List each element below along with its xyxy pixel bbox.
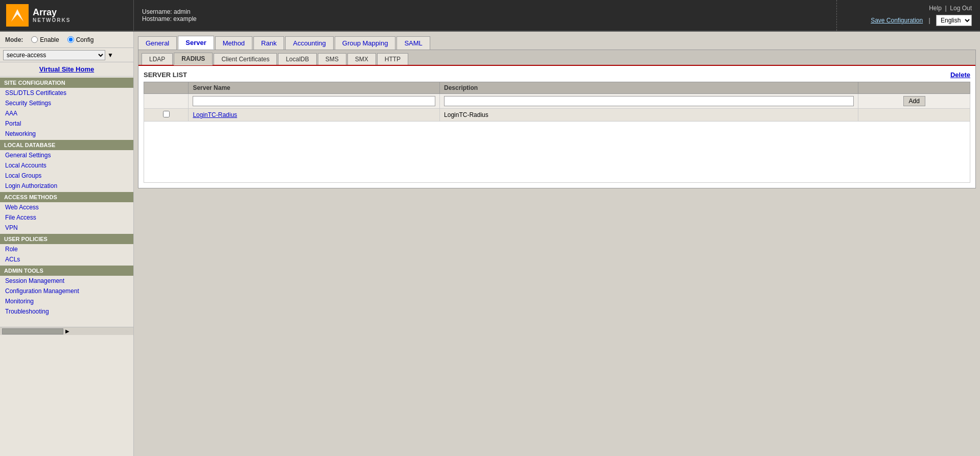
sidebar-section-user-policies: USER POLICIES Role ACLs [0,234,133,265]
subtab-client-certs[interactable]: Client Certificates [214,53,277,65]
col-header-check [144,82,189,94]
input-row-check-cell [144,94,189,109]
subtab-row: LDAP RADIUS Client Certificates LocalDB … [138,50,975,66]
server-table: Server Name Description [144,82,970,183]
help-link[interactable]: Help [929,5,942,12]
subtab-ldap[interactable]: LDAP [142,53,173,65]
save-area: Save Configuration | English [871,15,972,26]
row-name-link[interactable]: LoginTC-Radius [193,111,237,118]
logo-text: ArrayNETWORKS [33,8,71,23]
site-select[interactable]: secure-access [3,50,105,60]
logo-area: ArrayNETWORKS [0,0,134,31]
config-radio[interactable] [67,36,74,43]
top-tab-row: General Server Method Rank Accounting Gr… [138,36,976,50]
server-desc-input[interactable] [444,96,854,106]
col-header-desc: Description [440,82,858,94]
input-row-name-cell [189,94,440,109]
tab-rank[interactable]: Rank [253,36,284,50]
sidebar-item-local-accounts[interactable]: Local Accounts [0,160,133,171]
tab-group-mapping[interactable]: Group Mapping [335,36,396,50]
sidebar-item-local-groups[interactable]: Local Groups [0,171,133,181]
enable-radio-group: Enable [31,36,59,43]
tab-accounting[interactable]: Accounting [285,36,333,50]
sidebar-item-portal[interactable]: Portal [0,118,133,129]
server-list-area: SERVER LIST Delete Server Name Descripti… [138,66,975,188]
tab-server[interactable]: Server [178,36,214,50]
enable-label: Enable [40,36,59,43]
save-config-label[interactable]: Save Configuration [871,17,923,24]
subtab-sms[interactable]: SMS [318,53,346,65]
section-header-access-methods: ACCESS METHODS [0,192,133,202]
enable-radio[interactable] [31,36,38,43]
table-row: LoginTC-Radius LoginTC-Radius [144,109,970,122]
site-select-arrow: ▼ [107,52,113,59]
sidebar-item-ssl[interactable]: SSL/DTLS Certificates [0,88,133,98]
sidebar-item-config-mgmt[interactable]: Configuration Management [0,286,133,296]
sidebar-item-role[interactable]: Role [0,244,133,254]
tab-general[interactable]: General [138,36,177,50]
section-header-local-db: LOCAL DATABASE [0,140,133,150]
subtab-smx[interactable]: SMX [347,53,376,65]
scroll-arrow-right[interactable]: ▶ [65,328,69,334]
tab-saml[interactable]: SAML [396,36,430,50]
input-row-desc-cell [440,94,858,109]
sidebar-item-web-access[interactable]: Web Access [0,202,133,212]
row-action-cell [858,109,970,122]
table-empty-row [144,122,970,183]
row-description: LoginTC-Radius [444,111,488,118]
sidebar-item-troubleshooting[interactable]: Troubleshooting [0,306,133,317]
subtab-localdb[interactable]: LocalDB [278,53,316,65]
mode-bar: Mode: Enable Config [0,32,134,48]
scroll-thumb[interactable] [2,328,63,334]
sidebar-section-site-config: SITE CONFIGURATION SSL/DTLS Certificates… [0,78,133,139]
section-header-site-config: SITE CONFIGURATION [0,78,133,88]
sidebar-item-file-access[interactable]: File Access [0,212,133,223]
sidebar-item-login-auth[interactable]: Login Authorization [0,181,133,191]
content-panel: LDAP RADIUS Client Certificates LocalDB … [138,50,976,188]
main-content: General Server Method Rank Accounting Gr… [134,32,980,456]
header-info: Username: admin Hostname: example [134,0,837,31]
table-input-row: Add [144,94,970,109]
sidebar-item-session-mgmt[interactable]: Session Management [0,276,133,286]
site-select-bar: secure-access ▼ [0,48,134,62]
subtab-http[interactable]: HTTP [377,53,408,65]
layout: Mode: Enable Config secure-access ▼ Virt… [0,32,980,456]
sidebar-item-vpn[interactable]: VPN [0,223,133,233]
config-label: Config [76,36,94,43]
virtual-site-home-link[interactable]: Virtual Site Home [0,62,133,77]
subtab-radius[interactable]: RADIUS [174,53,213,65]
add-button[interactable]: Add [903,96,925,106]
username-label: Username: admin [142,8,828,15]
logo-icon [6,4,29,27]
row-check-cell [144,109,189,122]
sidebar-scrollbar[interactable]: ▶ [0,327,133,335]
sidebar-item-monitoring[interactable]: Monitoring [0,296,133,306]
row-checkbox[interactable] [163,111,170,117]
section-header-user-policies: USER POLICIES [0,234,133,244]
sidebar-section-access-methods: ACCESS METHODS Web Access File Access VP… [0,192,133,233]
logout-link[interactable]: Log Out [950,5,972,12]
sidebar-item-acls[interactable]: ACLs [0,254,133,265]
sidebar-item-networking[interactable]: Networking [0,129,133,139]
sidebar: Mode: Enable Config secure-access ▼ Virt… [0,32,134,456]
language-select[interactable]: English [936,15,972,26]
mode-label: Mode: [5,36,23,43]
tab-method[interactable]: Method [215,36,252,50]
server-list-title: SERVER LIST [144,71,187,79]
sidebar-item-security[interactable]: Security Settings [0,98,133,108]
delete-button[interactable]: Delete [950,71,970,79]
server-list-header: SERVER LIST Delete [144,71,970,79]
col-header-action [858,82,970,94]
row-name-cell: LoginTC-Radius [189,109,440,122]
header-links: Help | Log Out [929,5,972,12]
config-radio-group: Config [67,36,94,43]
server-name-input[interactable] [193,96,435,106]
sidebar-item-general-settings[interactable]: General Settings [0,150,133,160]
sidebar-item-aaa[interactable]: AAA [0,108,133,118]
sidebar-section-admin-tools: ADMIN TOOLS Session Management Configura… [0,266,133,317]
hostname-label: Hostname: example [142,15,828,22]
col-header-name: Server Name [189,82,440,94]
header-actions: Help | Log Out Save Configuration | Engl… [837,0,980,31]
table-header-row: Server Name Description [144,82,970,94]
sidebar-section-local-db: LOCAL DATABASE General Settings Local Ac… [0,140,133,191]
